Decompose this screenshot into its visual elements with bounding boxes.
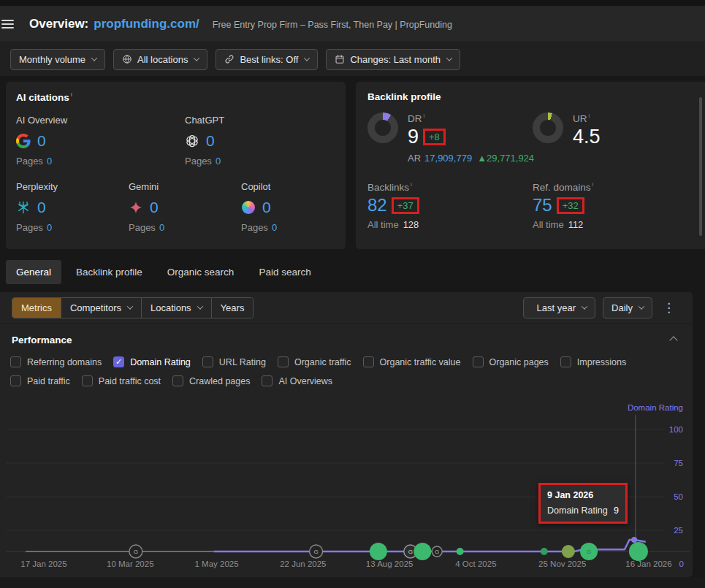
domain-rating-block: DRi 9 +8 AR17,909,779▲29,771,924 xyxy=(367,112,533,164)
ai-citation-count[interactable]: 0 xyxy=(150,199,159,216)
metric-label: Organic traffic value xyxy=(380,357,461,367)
checkbox xyxy=(82,375,93,386)
pages-label: Pages xyxy=(241,222,268,233)
svg-text:G: G xyxy=(408,549,413,555)
metric-checkbox-organic-pages[interactable]: Organic pages xyxy=(473,356,549,367)
tab-paid-search[interactable]: Paid search xyxy=(248,260,321,284)
ai-citation-item: ChatGPT 0 Pages0 xyxy=(185,115,354,167)
perplexity-icon xyxy=(16,200,31,215)
svg-text:10 Mar 2025: 10 Mar 2025 xyxy=(107,560,154,568)
metric-checkbox-domain-rating[interactable]: ✓ Domain Rating xyxy=(113,356,191,367)
metric-checkbox-url-rating[interactable]: URL Rating xyxy=(202,356,266,367)
chevron-down-icon xyxy=(91,55,97,61)
backlinks-delta: +37 xyxy=(397,200,414,211)
metric-label: AI Overviews xyxy=(278,376,332,386)
tab-backlink-profile[interactable]: Backlink profile xyxy=(66,260,153,284)
chevron-down-icon xyxy=(194,55,199,61)
svg-text:4 Oct 2025: 4 Oct 2025 xyxy=(455,560,496,568)
pages-label: Pages xyxy=(185,156,212,167)
info-icon: i xyxy=(592,181,594,188)
segment-locations[interactable]: Locations xyxy=(141,298,211,318)
svg-text:50: 50 xyxy=(674,492,683,501)
ur-value: 4.5 xyxy=(573,126,601,148)
scrollbar[interactable] xyxy=(699,97,702,236)
filter-dropdown-button[interactable]: Changes: Last month xyxy=(326,49,460,70)
tab-organic-search[interactable]: Organic search xyxy=(157,260,245,284)
backlink-profile-title: Backlink profile xyxy=(367,91,693,102)
svg-text:1 May 2025: 1 May 2025 xyxy=(195,560,239,568)
filter-dropdown-button[interactable]: Best links: Off xyxy=(216,49,318,70)
granularity-button[interactable]: Daily xyxy=(603,297,652,318)
svg-text:G: G xyxy=(134,549,138,555)
chevron-down-icon xyxy=(446,55,452,61)
tab-general[interactable]: General xyxy=(6,260,61,284)
ai-citation-item: AI Overview 0 Pages0 xyxy=(16,115,185,167)
domain-link[interactable]: propfunding.com/ xyxy=(94,17,199,31)
chart-tooltip-annotation: 9 Jan 2026 Domain Rating 9 xyxy=(538,483,628,524)
ai-engine-name: Gemini xyxy=(129,181,241,192)
backlinks-label: Backlinksi xyxy=(367,181,533,193)
metric-checkbox-referring-domains[interactable]: Referring domains xyxy=(10,356,102,367)
pages-count[interactable]: 0 xyxy=(47,222,52,233)
metric-checkbox-paid-traffic[interactable]: Paid traffic xyxy=(10,375,70,386)
chevron-down-icon xyxy=(197,303,202,309)
segment-metrics[interactable]: Metrics xyxy=(12,298,61,318)
pages-count[interactable]: 0 xyxy=(272,222,277,233)
checkbox xyxy=(10,375,21,386)
chevron-down-icon xyxy=(127,303,133,309)
metric-checkbox-ai-overviews[interactable]: AI Overviews xyxy=(262,375,332,386)
tooltip-series-label: Domain Rating xyxy=(547,505,608,516)
ahrefs-rank-line: AR17,909,779▲29,771,924 xyxy=(408,153,534,164)
backlinks-delta-annotation: +37 xyxy=(392,197,419,214)
active-point-dot xyxy=(631,537,637,543)
globe-icon xyxy=(122,54,132,64)
ai-citation-count[interactable]: 0 xyxy=(206,132,215,150)
segment-competitors[interactable]: Competitors xyxy=(61,298,141,318)
checkbox xyxy=(10,356,21,367)
page-title: Overview: propfunding.com/ Free Entry Pr… xyxy=(29,17,452,31)
performance-title: Performance xyxy=(12,335,72,345)
svg-text:G: G xyxy=(435,549,439,555)
backlinks-value[interactable]: 82 xyxy=(367,195,387,215)
pages-count[interactable]: 0 xyxy=(47,156,52,167)
google-update-marker xyxy=(457,548,464,555)
hamburger-menu-icon[interactable] xyxy=(1,18,18,31)
checkbox xyxy=(363,356,374,367)
tooltip-value: 9 xyxy=(614,505,619,516)
metric-checkbox-paid-traffic-cost[interactable]: Paid traffic cost xyxy=(82,375,161,386)
pages-count[interactable]: 0 xyxy=(159,222,164,233)
svg-text:G: G xyxy=(587,549,591,555)
svg-text:22 Jun 2025: 22 Jun 2025 xyxy=(280,560,326,568)
tooltip-date: 9 Jan 2026 xyxy=(547,490,619,500)
backlinks-block: Backlinksi 82 +37 All time128 xyxy=(367,181,533,231)
ai-citation-count[interactable]: 0 xyxy=(37,132,46,150)
ai-citation-count[interactable]: 0 xyxy=(37,199,46,216)
metric-checkbox-crawled-pages[interactable]: Crawled pages xyxy=(172,375,250,386)
checkbox xyxy=(172,375,183,386)
checkbox xyxy=(262,375,273,386)
date-range-button[interactable]: Last year xyxy=(523,297,595,318)
metric-checkbox-impressions[interactable]: Impressions xyxy=(560,356,626,367)
svg-text:75: 75 xyxy=(674,459,683,467)
top-strip xyxy=(0,0,705,6)
ref-domains-value[interactable]: 75 xyxy=(533,195,552,215)
google-update-marker xyxy=(370,543,387,560)
general-section-panel: Metrics Competitors Locations Years Last… xyxy=(0,292,693,577)
segment-years[interactable]: Years xyxy=(211,298,254,318)
more-options-kebab-icon[interactable]: ⋮ xyxy=(660,300,678,316)
chatgpt-icon xyxy=(185,134,199,148)
dr-delta: +8 xyxy=(429,131,440,142)
ar-value[interactable]: 17,909,779 xyxy=(424,153,472,164)
filter-dropdown-button[interactable]: Monthly volume xyxy=(10,49,105,70)
dr-value: 9 xyxy=(408,126,419,148)
ai-citation-count[interactable]: 0 xyxy=(262,199,271,216)
google-update-marker xyxy=(562,545,575,558)
pages-count[interactable]: 0 xyxy=(216,156,221,167)
google-icon xyxy=(16,134,31,148)
metric-checkbox-organic-traffic[interactable]: Organic traffic xyxy=(278,356,351,367)
filter-dropdown-button[interactable]: All locations xyxy=(113,49,207,70)
metric-checkbox-organic-traffic-value[interactable]: Organic traffic value xyxy=(363,356,461,367)
collapse-chevron-up-icon[interactable] xyxy=(669,336,677,344)
svg-text:100: 100 xyxy=(669,425,683,434)
info-icon: i xyxy=(411,181,412,188)
